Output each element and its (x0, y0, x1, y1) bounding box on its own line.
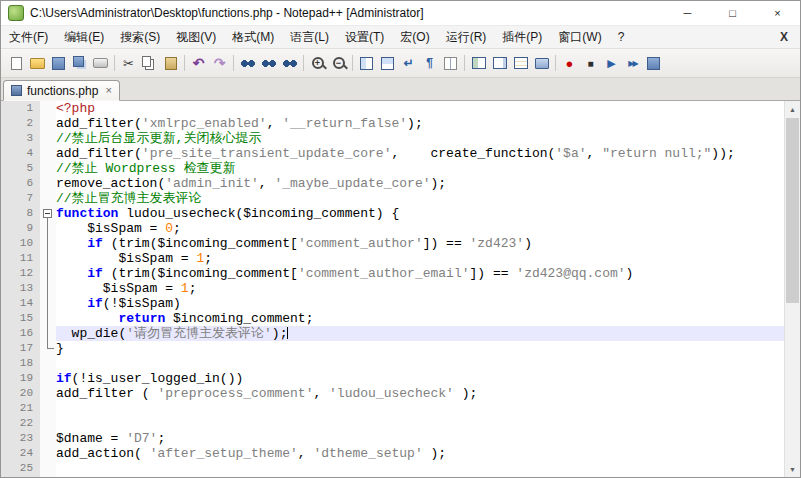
scroll-down-arrow-icon[interactable]: ▼ (785, 461, 800, 477)
line-number[interactable]: 6 (1, 176, 40, 191)
menu-item-run[interactable]: 运行(R) (438, 26, 495, 48)
menu-item-search[interactable]: 搜索(S) (112, 26, 168, 48)
line-number[interactable]: 19 (1, 371, 40, 386)
code-line-text[interactable]: if(!$isSpam) (56, 296, 784, 311)
menu-close-document-button[interactable]: X (768, 30, 800, 44)
code-line-text[interactable]: $dname = 'D7'; (56, 431, 784, 446)
menu-item-macro[interactable]: 宏(O) (392, 26, 437, 48)
title-bar[interactable]: C:\Users\Administrator\Desktop\functions… (1, 1, 800, 25)
line-number[interactable]: 20 (1, 386, 40, 401)
line-number[interactable]: 8 (1, 206, 40, 221)
line-number[interactable]: 5 (1, 161, 40, 176)
line-number[interactable]: 4 (1, 146, 40, 161)
sync-vertical-icon[interactable] (357, 54, 376, 73)
print-icon[interactable] (91, 54, 110, 73)
indent-guide-icon[interactable] (441, 54, 460, 73)
code-line-text[interactable]: function ludou_usecheck($incoming_commen… (56, 206, 784, 221)
code-line-text[interactable]: <?php (56, 101, 784, 116)
line-number[interactable]: 10 (1, 236, 40, 251)
code-line-text[interactable]: $isSpam = 1; (56, 281, 784, 296)
cut-icon[interactable]: ✂ (119, 54, 138, 73)
line-number[interactable]: 11 (1, 251, 40, 266)
copy-icon[interactable] (140, 54, 159, 73)
vertical-scrollbar[interactable]: ▲ ▼ (784, 101, 800, 477)
code-line-text[interactable]: return $incoming_comment; (56, 311, 784, 326)
code-line-text[interactable]: remove_action('admin_init', '_maybe_upda… (56, 176, 784, 191)
menu-item-window[interactable]: 窗口(W) (550, 26, 609, 48)
menu-item-file[interactable]: 文件(F) (1, 26, 56, 48)
line-number[interactable]: 12 (1, 266, 40, 281)
line-number[interactable]: 23 (1, 431, 40, 446)
folder-workspace-icon[interactable] (532, 54, 551, 73)
show-all-chars-icon[interactable]: ¶ (420, 54, 439, 73)
line-number[interactable]: 9 (1, 221, 40, 236)
code-line-text[interactable] (56, 356, 784, 371)
line-number[interactable]: 14 (1, 296, 40, 311)
macro-run-multiple-icon[interactable]: ▶▶ (623, 54, 642, 73)
function-list-icon[interactable] (469, 54, 488, 73)
replace-icon[interactable] (280, 54, 299, 73)
sync-horizontal-icon[interactable] (378, 54, 397, 73)
doc-list-icon[interactable] (511, 54, 530, 73)
maximize-button[interactable]: □ (710, 1, 755, 25)
menu-item-settings[interactable]: 设置(T) (337, 26, 392, 48)
doc-map-icon[interactable] (490, 54, 509, 73)
line-number[interactable]: 13 (1, 281, 40, 296)
line-number[interactable]: 1 (1, 101, 40, 116)
macro-stop-icon[interactable]: ■ (581, 54, 600, 73)
zoom-in-icon[interactable]: + (308, 54, 327, 73)
macro-save-icon[interactable] (644, 54, 663, 73)
code-line-text[interactable]: wp_die('请勿冒充博主发表评论'); (56, 326, 784, 341)
save-all-icon[interactable] (70, 54, 89, 73)
code-line-text[interactable]: add_filter('xmlrpc_enabled', '__return_f… (56, 116, 784, 131)
line-number[interactable]: 16 (1, 326, 40, 341)
scroll-up-arrow-icon[interactable]: ▲ (785, 101, 800, 117)
code-line-text[interactable]: //禁止冒充博主发表评论 (56, 191, 784, 206)
code-area[interactable]: 1<?php2add_filter('xmlrpc_enabled', '__r… (1, 101, 784, 477)
code-line-text[interactable]: if (trim($incoming_comment['comment_auth… (56, 266, 784, 281)
line-number[interactable]: 3 (1, 131, 40, 146)
line-number[interactable]: 17 (1, 341, 40, 356)
tab-functions-php[interactable]: functions.php × (3, 80, 120, 101)
code-line-text[interactable] (56, 416, 784, 431)
tab-close-icon[interactable]: × (105, 85, 111, 96)
macro-record-icon[interactable]: ● (560, 54, 579, 73)
line-number[interactable]: 2 (1, 116, 40, 131)
menu-item-view[interactable]: 视图(V) (168, 26, 224, 48)
menu-item-plugins[interactable]: 插件(P) (494, 26, 550, 48)
line-number[interactable]: 15 (1, 311, 40, 326)
code-line-text[interactable]: //禁止 Wordpress 检查更新 (56, 161, 784, 176)
line-number[interactable]: 22 (1, 416, 40, 431)
open-file-icon[interactable] (28, 54, 47, 73)
word-wrap-icon[interactable]: ↵ (399, 54, 418, 73)
menu-item-format[interactable]: 格式(M) (224, 26, 282, 48)
minimize-button[interactable]: ─ (665, 1, 710, 25)
macro-play-icon[interactable]: ▶ (602, 54, 621, 73)
zoom-out-icon[interactable]: − (329, 54, 348, 73)
new-file-icon[interactable] (7, 54, 26, 73)
line-number[interactable]: 25 (1, 461, 40, 476)
line-number[interactable]: 7 (1, 191, 40, 206)
fold-collapse-icon[interactable] (43, 209, 52, 218)
code-line-text[interactable]: add_filter('pre_site_transient_update_co… (56, 146, 784, 161)
line-number[interactable]: 21 (1, 401, 40, 416)
code-line-text[interactable]: if(!is_user_logged_in()) (56, 371, 784, 386)
code-line-text[interactable]: add_action( 'after_setup_theme', 'dtheme… (56, 446, 784, 461)
code-line-text[interactable]: $isSpam = 1; (56, 251, 784, 266)
line-number[interactable]: 18 (1, 356, 40, 371)
redo-icon[interactable]: ↷ (210, 54, 229, 73)
code-line-text[interactable]: //禁止后台显示更新,关闭核心提示 (56, 131, 784, 146)
code-line-text[interactable]: } (56, 341, 784, 356)
menu-item-language[interactable]: 语言(L) (282, 26, 337, 48)
code-line-text[interactable] (56, 401, 784, 416)
line-number[interactable]: 24 (1, 446, 40, 461)
fold-marker[interactable] (40, 206, 56, 221)
close-button[interactable]: × (755, 1, 800, 25)
code-line-text[interactable]: add_filter ( 'preprocess_comment', 'ludo… (56, 386, 784, 401)
menu-item-help[interactable]: ? (610, 26, 633, 48)
scroll-thumb[interactable] (786, 118, 799, 303)
code-line-text[interactable]: if (trim($incoming_comment['comment_auth… (56, 236, 784, 251)
find-in-files-icon[interactable] (259, 54, 278, 73)
menu-item-edit[interactable]: 编辑(E) (56, 26, 112, 48)
paste-icon[interactable] (161, 54, 180, 73)
